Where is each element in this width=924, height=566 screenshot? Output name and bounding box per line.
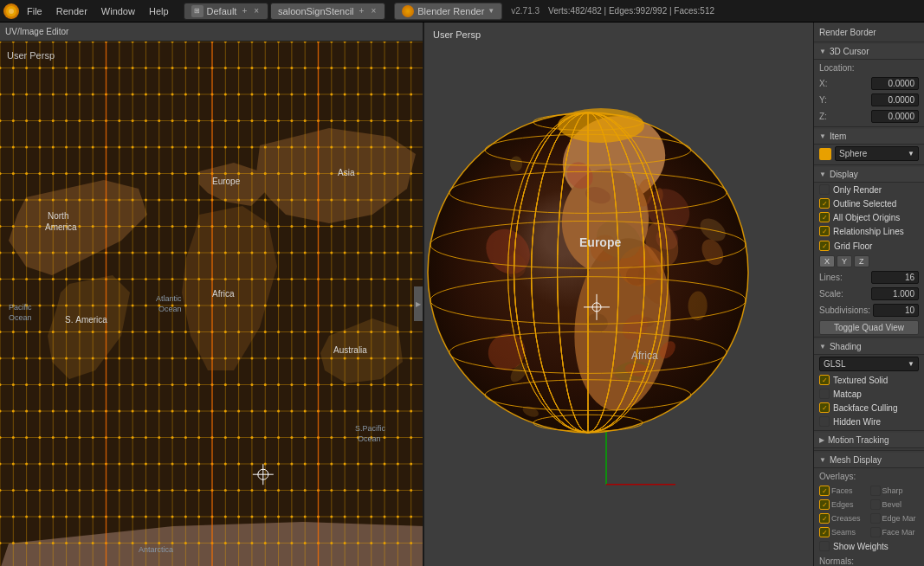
scale-field[interactable]: 1.000 [871, 287, 919, 300]
matcap-cb[interactable] [819, 389, 830, 399]
seams-label: Seams [831, 528, 856, 537]
cursor-z-field[interactable]: 0.0000 [871, 110, 919, 123]
subdivisions-field[interactable]: 10 [873, 304, 919, 317]
cursor-y-field[interactable]: 0.0000 [871, 93, 919, 106]
item-triangle: ▼ [819, 132, 826, 140]
view3d-area[interactable]: User Persp [424, 23, 813, 566]
render-engine-dropdown[interactable]: Blender Render ▼ [394, 3, 502, 20]
right-panel: User Persp Render Border ▼ 3D Cursor Loc… [424, 23, 924, 566]
grid-floor-label: Grid Floor [834, 241, 919, 251]
top-bar: File Render Window Help ⊞ Default + × sa… [0, 0, 924, 23]
scene-close[interactable]: × [369, 6, 378, 16]
backface-culling-cb[interactable]: ✓ [819, 402, 830, 413]
display-header[interactable]: ▼ Display [814, 167, 924, 183]
cursor3d-title: 3D Cursor [830, 47, 869, 56]
cursor-x-label: X: [819, 79, 869, 88]
facemar-label: Face Mar [882, 528, 915, 537]
uv-editor-header: UV/Image Editor [0, 23, 423, 42]
y-btn[interactable]: Y [837, 255, 852, 267]
workspace-name: Default [207, 6, 237, 16]
subdivisions-row: Subdivisions: 10 [814, 302, 924, 318]
file-menu[interactable]: File [21, 0, 48, 23]
uv-editor-label: UV/Image Editor [5, 27, 68, 36]
uv-canvas[interactable]: ▶ [0, 42, 423, 566]
display-triangle: ▼ [819, 170, 826, 178]
sep2 [814, 126, 924, 127]
edgemar-cb[interactable] [870, 513, 881, 524]
hidden-wire-cb[interactable] [819, 416, 830, 427]
motion-tracking-header[interactable]: ▶ Motion Tracking [814, 433, 924, 448]
workspace-add[interactable]: + [240, 6, 249, 16]
seams-cb[interactable]: ✓ [819, 527, 830, 537]
blender-logo[interactable] [3, 3, 19, 19]
grid-floor-cb[interactable]: ✓ [819, 241, 830, 251]
window-menu[interactable]: Window [95, 0, 141, 23]
item-icon [819, 148, 831, 160]
edges-cb-row: ✓ Edges [819, 499, 869, 510]
shading-header[interactable]: ▼ Shading [814, 339, 924, 355]
x-btn[interactable]: X [819, 255, 835, 267]
creases-cb-row: ✓ Creases [819, 513, 869, 524]
item-header[interactable]: ▼ Item [814, 129, 924, 145]
cursor-x-row: X: 0.0000 [814, 75, 924, 92]
motion-tracking-section: ▶ Motion Tracking [814, 433, 924, 448]
grid-floor-row: ✓ Grid Floor [814, 238, 924, 254]
matcap-label: Matcap [833, 389, 862, 399]
display-section: ▼ Display Only Render ✓ Outline Selected… [814, 167, 924, 335]
show-weights-row: Show Weights [814, 539, 924, 553]
outline-selected-cb[interactable]: ✓ [819, 198, 830, 209]
normals-label: Normals: [819, 556, 919, 566]
item-name-field[interactable]: Sphere ▼ [835, 146, 919, 161]
normals-label-row: Normals: [814, 553, 924, 566]
panel-resize-handle[interactable]: ▶ [414, 286, 423, 321]
scale-row: Scale: 1.000 [814, 286, 924, 302]
only-render-row: Only Render [814, 183, 924, 196]
textured-solid-row: ✓ Textured Solid [814, 373, 924, 387]
lines-field[interactable]: 16 [871, 271, 919, 284]
render-menu[interactable]: Render [50, 0, 94, 23]
cursor3d-triangle: ▼ [819, 48, 826, 55]
edgemar-cb-row: Edge Mar [870, 513, 920, 524]
item-section: ▼ Item Sphere ▼ [814, 129, 924, 163]
cursor-z-row: Z: 0.0000 [814, 108, 924, 125]
faces-cb[interactable]: ✓ [819, 486, 830, 496]
cursor-x-field[interactable]: 0.0000 [871, 77, 919, 90]
sharp-cb[interactable] [870, 486, 881, 496]
workspace-close[interactable]: × [252, 6, 261, 16]
scale-label: Scale: [819, 289, 869, 299]
faces-sharp-row: ✓ Faces Sharp [814, 484, 924, 498]
help-menu[interactable]: Help [143, 0, 175, 23]
creases-cb[interactable]: ✓ [819, 513, 830, 524]
render-engine-icon [402, 5, 414, 17]
bevel-cb[interactable] [870, 499, 881, 510]
facemar-cb[interactable] [870, 527, 881, 537]
only-render-cb[interactable] [819, 184, 830, 195]
edges-cb[interactable]: ✓ [819, 499, 830, 510]
shading-title: Shading [830, 342, 862, 351]
z-btn[interactable]: Z [854, 255, 869, 267]
svg-point-1 [9, 9, 14, 14]
textured-solid-cb[interactable]: ✓ [819, 375, 830, 385]
display-title: Display [830, 170, 858, 179]
relationship-lines-cb[interactable]: ✓ [819, 226, 830, 236]
scene-tab[interactable]: saloonSignStencil + × [270, 3, 385, 20]
glsl-dropdown[interactable]: GLSL ▼ [819, 357, 919, 371]
glsl-row: GLSL ▼ [814, 355, 924, 373]
show-weights-cb[interactable] [819, 541, 830, 551]
mesh-display-header[interactable]: ▼ Mesh Display [814, 453, 924, 468]
location-label-row: Location: [814, 60, 924, 75]
cursor3d-header[interactable]: ▼ 3D Cursor [814, 44, 924, 60]
motion-tracking-triangle: ▶ [819, 436, 824, 444]
creases-label: Creases [831, 514, 861, 523]
properties-panel: Render Border ▼ 3D Cursor Location: X: 0… [813, 23, 924, 566]
all-object-origins-cb[interactable]: ✓ [819, 212, 830, 222]
toggle-quad-view-btn[interactable]: Toggle Quad View [819, 320, 919, 335]
workspace-tab[interactable]: ⊞ Default + × [184, 3, 269, 20]
sep3 [814, 164, 924, 165]
only-render-label: Only Render [833, 185, 882, 195]
shading-section: ▼ Shading GLSL ▼ ✓ Textured Solid Matcap [814, 339, 924, 428]
scene-add[interactable]: + [358, 6, 366, 16]
scene-name: saloonSignStencil [278, 6, 353, 16]
hidden-wire-row: Hidden Wire [814, 415, 924, 428]
glsl-label: GLSL [824, 359, 846, 369]
